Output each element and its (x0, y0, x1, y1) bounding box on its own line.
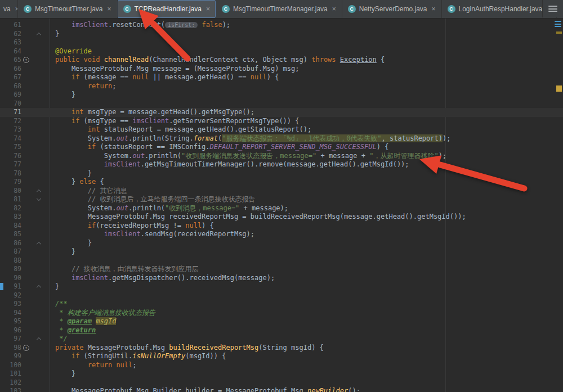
line-number[interactable]: 78 (0, 169, 21, 178)
line-number[interactable]: 86 (0, 239, 21, 248)
line-number[interactable]: 83 (0, 213, 21, 222)
line-number[interactable]: 72 (0, 117, 21, 126)
code-text[interactable]: int msgType = message.getHead().getMsgTy… (50, 108, 254, 117)
line-number[interactable]: 102 (0, 379, 21, 388)
inspections-widget-icon[interactable] (555, 21, 561, 27)
code-line[interactable]: 90 imsClient.getMsgDispatcher().received… (0, 274, 563, 283)
code-text[interactable]: } (50, 370, 75, 379)
code-text[interactable]: @Override (50, 47, 92, 56)
line-number[interactable]: 85 (0, 230, 21, 239)
code-line[interactable]: 83 MessageProtobuf.Msg receivedReportMsg… (0, 213, 563, 222)
line-number[interactable]: 101 (0, 370, 21, 379)
code-line[interactable]: 92 (0, 291, 563, 300)
code-text[interactable]: imsClient.sendMsg(receivedReportMsg); (50, 230, 254, 239)
fold-up-icon[interactable] (37, 285, 41, 290)
line-number[interactable]: 82 (0, 204, 21, 213)
code-line[interactable]: 88 (0, 256, 563, 265)
line-number[interactable]: 62 (0, 30, 21, 39)
code-line[interactable]: 70 (0, 100, 563, 109)
line-number[interactable]: 87 (0, 247, 21, 256)
line-number[interactable]: 73 (0, 125, 21, 134)
line-number[interactable]: 67 (0, 73, 21, 82)
code-text[interactable]: imsClient.resetConnect(isFirst: false); (50, 21, 230, 30)
code-line[interactable]: 71 int msgType = message.getHead().getMs… (0, 108, 563, 117)
code-line[interactable]: 68 return; (0, 82, 563, 91)
code-line[interactable]: 87 } (0, 247, 563, 256)
code-text[interactable]: } (50, 239, 92, 248)
code-text[interactable]: /** (50, 300, 68, 309)
code-line[interactable]: 84 if(receivedReportMsg != null) { (0, 222, 563, 231)
code-line[interactable]: 96 * @return (0, 326, 563, 335)
code-text[interactable] (50, 100, 55, 109)
code-text[interactable]: if(receivedReportMsg != null) { (50, 222, 214, 231)
line-number[interactable]: 97 (0, 335, 21, 344)
code-text[interactable]: System.out.println("收到消息，message=" + mes… (50, 204, 288, 213)
editor-menu-icon[interactable] (548, 6, 557, 12)
code-line[interactable]: 89 // 接收消息，由消息转发器转发到应用层 (0, 265, 563, 274)
code-line[interactable]: 94 * 构建客户端消息接收状态报告 (0, 309, 563, 318)
code-line[interactable]: 65↑public void channelRead(ChannelHandle… (0, 56, 563, 65)
code-text[interactable]: MessageProtobuf.Msg.Builder builder = Me… (50, 387, 360, 392)
code-text[interactable]: return null; (50, 361, 137, 370)
code-text[interactable]: if (StringUtil.isNullOrEmpty(msgId)) { (50, 352, 226, 361)
code-area[interactable]: 61 imsClient.resetConnect(isFirst: false… (0, 19, 563, 392)
code-line[interactable]: 95 * @param msgId (0, 317, 563, 326)
code-line[interactable]: 103 MessageProtobuf.Msg.Builder builder … (0, 387, 563, 392)
override-method-icon[interactable]: ↑ (23, 345, 29, 351)
code-line[interactable]: 102 (0, 379, 563, 388)
editor-tab[interactable]: CMsgTimeoutTimer.java× (18, 0, 118, 18)
line-number[interactable]: 64 (0, 47, 21, 56)
code-line[interactable]: 98↑private MessageProtobuf.Msg buildRece… (0, 344, 563, 353)
line-number[interactable]: 77 (0, 160, 21, 169)
code-line[interactable]: 101 } (0, 370, 563, 379)
editor-tab[interactable]: va× (0, 0, 18, 18)
editor-tab[interactable]: CLoginAuthRespHandler.java× (442, 0, 557, 18)
code-text[interactable]: * 构建客户端消息接收状态报告 (50, 309, 155, 318)
code-text[interactable]: } (50, 282, 59, 291)
line-number[interactable]: 95 (0, 317, 21, 326)
code-line[interactable]: 82 System.out.println("收到消息，message=" + … (0, 204, 563, 213)
code-line[interactable]: 74 System.out.println(String.format("服务端… (0, 134, 563, 143)
code-line[interactable]: 64@Override (0, 47, 563, 56)
line-number[interactable]: 76 (0, 152, 21, 161)
code-text[interactable] (50, 291, 55, 300)
code-text[interactable]: return; (50, 82, 116, 91)
line-number[interactable]: 61 (0, 21, 21, 30)
code-text[interactable]: } (50, 169, 92, 178)
line-number[interactable]: 93 (0, 300, 21, 309)
editor-tab-selected[interactable]: CTCPReadHandler.java× (118, 0, 216, 18)
line-number[interactable]: 81 (0, 195, 21, 204)
code-text[interactable]: */ (50, 335, 68, 344)
code-text[interactable]: int statusReport = message.getHead().get… (50, 125, 311, 134)
code-text[interactable] (50, 38, 55, 47)
code-text[interactable]: } (50, 30, 59, 39)
warning-stripe-mark[interactable] (556, 31, 562, 34)
line-number[interactable]: 63 (0, 38, 21, 47)
code-text[interactable]: private MessageProtobuf.Msg buildReceive… (50, 344, 324, 353)
fold-up-icon[interactable] (37, 241, 41, 246)
line-number[interactable]: 88 (0, 256, 21, 265)
code-text[interactable] (50, 256, 55, 265)
tab-close-icon[interactable]: × (332, 6, 336, 12)
line-number[interactable]: 99 (0, 352, 21, 361)
code-text[interactable]: } (50, 91, 75, 100)
code-line[interactable]: 72 if (msgType == imsClient.getServerSen… (0, 117, 563, 126)
override-method-icon[interactable]: ↑ (23, 57, 29, 63)
line-number[interactable]: 66 (0, 65, 21, 74)
code-line[interactable]: 99 if (StringUtil.isNullOrEmpty(msgId)) … (0, 352, 563, 361)
line-number[interactable]: 92 (0, 291, 21, 300)
code-text[interactable]: if (statusReport == IMSConfig.DEFAULT_RE… (50, 143, 388, 152)
line-number[interactable]: 68 (0, 82, 21, 91)
warning-stripe-mark[interactable] (556, 85, 562, 92)
line-number[interactable]: 89 (0, 265, 21, 274)
line-number[interactable]: 65 (0, 56, 21, 65)
code-line[interactable]: 66 MessageProtobuf.Msg message = (Messag… (0, 65, 563, 74)
code-line[interactable]: 100 return null; (0, 361, 563, 370)
line-number[interactable]: 71 (0, 108, 21, 117)
code-text[interactable]: if (message == null || message.getHead()… (50, 73, 279, 82)
code-text[interactable]: MessageProtobuf.Msg receivedReportMsg = … (50, 213, 466, 222)
code-line[interactable]: 63 (0, 38, 563, 47)
line-number[interactable]: 79 (0, 178, 21, 187)
code-line[interactable]: 85 imsClient.sendMsg(receivedReportMsg); (0, 230, 563, 239)
code-line[interactable]: 78 } (0, 169, 563, 178)
